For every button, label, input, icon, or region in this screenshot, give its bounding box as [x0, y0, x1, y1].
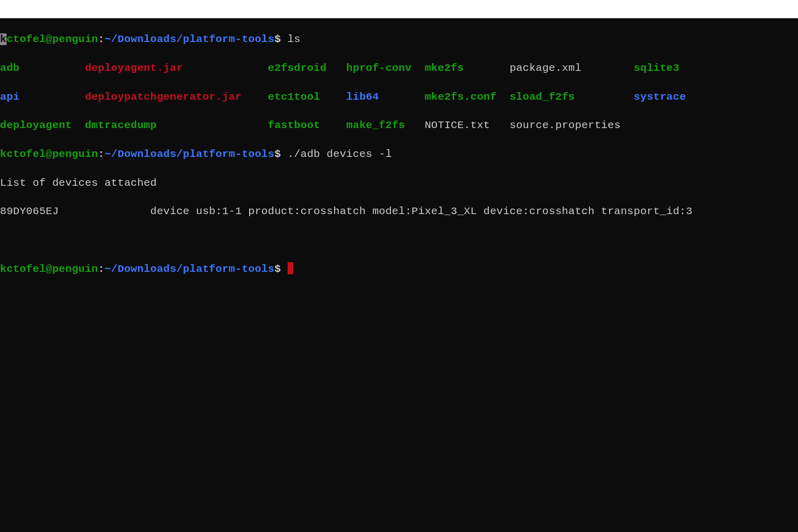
ls-output-row-1: adb deployagent.jar e2fsdroid hprof-conv… — [0, 61, 798, 75]
selection-highlight: k — [0, 33, 7, 45]
command-ls: ls — [281, 33, 301, 45]
adb-output-header: List of devices attached — [0, 176, 798, 190]
prompt-line-3: kctofel@penguin:~/Downloads/platform-too… — [0, 262, 798, 276]
prompt-line-2: kctofel@penguin:~/Downloads/platform-too… — [0, 147, 798, 161]
terminal-window[interactable]: kctofel@penguin:~/Downloads/platform-too… — [0, 18, 798, 532]
ls-output-row-2: api deploypatchgenerator.jar etc1tool li… — [0, 90, 798, 104]
cursor — [288, 262, 293, 274]
adb-device-line: 89DY065EJ device usb:1-1 product:crossha… — [0, 204, 798, 219]
ls-output-row-3: deployagent dmtracedump fastboot make_f2… — [0, 118, 798, 133]
command-adb-devices: ./adb devices -l — [281, 148, 392, 160]
prompt-line-1: kctofel@penguin:~/Downloads/platform-too… — [0, 32, 798, 47]
blank-line — [0, 233, 798, 248]
